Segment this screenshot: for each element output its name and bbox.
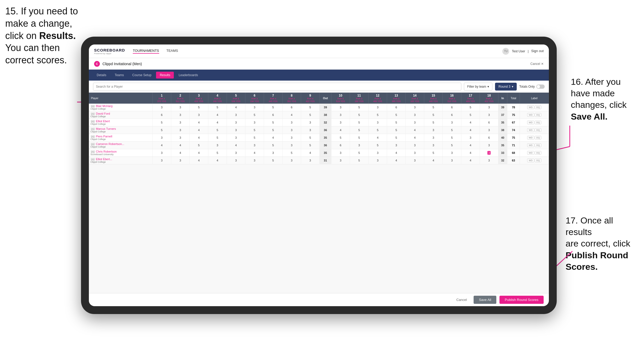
score-hole-18[interactable]: 6 — [480, 119, 498, 126]
score-hole-9[interactable]: 5 — [301, 134, 319, 142]
wd-button[interactable]: WD — [527, 143, 534, 147]
score-hole-14[interactable]: 4 — [406, 126, 424, 134]
score-hole-9[interactable]: 5 — [301, 104, 319, 111]
score-hole-16[interactable]: 3 — [443, 157, 461, 164]
score-hole-11[interactable]: 5 — [350, 111, 369, 119]
score-hole-1[interactable]: 3 — [152, 134, 171, 142]
score-hole-1[interactable]: 4 — [152, 142, 171, 149]
dq-button[interactable]: DQ — [535, 128, 542, 132]
score-hole-2[interactable]: 3 — [171, 157, 189, 164]
score-hole-1[interactable]: 3 — [152, 149, 171, 157]
score-hole-6[interactable]: 5 — [245, 134, 264, 142]
score-hole-2[interactable]: 3 — [171, 111, 189, 119]
score-hole-17[interactable]: 3 — [461, 134, 480, 142]
score-hole-14[interactable]: 3 — [406, 104, 424, 111]
score-hole-6[interactable]: 3 — [245, 119, 264, 126]
score-hole-17[interactable]: 5 — [461, 111, 480, 119]
score-hole-15[interactable]: 4 — [424, 157, 443, 164]
score-hole-2[interactable]: 3 — [171, 119, 189, 126]
score-hole-5[interactable]: 4 — [227, 142, 245, 149]
score-hole-9[interactable]: 3 — [301, 157, 319, 164]
score-hole-9[interactable]: 3 — [301, 126, 319, 134]
score-hole-11[interactable]: 5 — [350, 149, 369, 157]
score-hole-17[interactable]: 4 — [461, 157, 480, 164]
score-hole-15[interactable]: 3 — [424, 126, 443, 134]
score-hole-7[interactable]: 4 — [264, 134, 282, 142]
score-hole-13[interactable]: 6 — [387, 104, 406, 111]
score-hole-18[interactable]: 6 — [480, 134, 498, 142]
score-hole-18[interactable]: 3 — [480, 126, 498, 134]
score-hole-3[interactable]: 3 — [189, 111, 208, 119]
score-hole-7[interactable]: 5 — [264, 104, 282, 111]
tab-teams[interactable]: Teams — [111, 72, 128, 79]
wd-button[interactable]: WD — [527, 151, 534, 155]
score-hole-3[interactable]: 5 — [189, 142, 208, 149]
score-hole-16[interactable]: 3 — [443, 119, 461, 126]
score-hole-8[interactable]: 6 — [282, 104, 301, 111]
score-hole-15[interactable]: 5 — [424, 111, 443, 119]
player-name[interactable]: Blair McHarg — [96, 104, 113, 108]
score-hole-18[interactable]: 3 — [480, 149, 498, 157]
score-hole-5[interactable]: 3 — [227, 157, 245, 164]
score-hole-6[interactable]: 3 — [245, 142, 264, 149]
cancel-button-top[interactable]: Cancel ✕ — [530, 62, 544, 66]
publish-round-scores-button[interactable]: Publish Round Scores — [499, 296, 544, 304]
score-hole-13[interactable]: 5 — [387, 119, 406, 126]
nav-tournaments[interactable]: TOURNAMENTS — [133, 49, 159, 54]
score-hole-5[interactable]: 3 — [227, 134, 245, 142]
score-hole-18[interactable]: 3 — [480, 104, 498, 111]
score-hole-6[interactable]: 4 — [245, 149, 264, 157]
score-hole-14[interactable]: 3 — [406, 157, 424, 164]
filter-by-team-button[interactable]: Filter by team ▾ — [464, 83, 493, 91]
score-hole-4[interactable]: 3 — [208, 142, 227, 149]
score-hole-11[interactable]: 5 — [350, 119, 369, 126]
score-hole-3[interactable]: 5 — [189, 104, 208, 111]
player-name[interactable]: Chris Robertson — [96, 150, 117, 153]
wd-button[interactable]: WD — [527, 121, 534, 124]
score-hole-4[interactable]: 4 — [208, 119, 227, 126]
score-hole-1[interactable]: 3 — [152, 104, 171, 111]
score-hole-12[interactable]: 3 — [369, 149, 387, 157]
score-hole-4[interactable]: 5 — [208, 126, 227, 134]
wd-button[interactable]: WD — [527, 113, 534, 117]
score-hole-12[interactable]: 3 — [369, 119, 387, 126]
score-hole-7[interactable]: 5 — [264, 126, 282, 134]
score-hole-4[interactable]: 5 — [208, 104, 227, 111]
score-hole-14[interactable]: 3 — [406, 149, 424, 157]
player-name[interactable]: Elliot Ebert... — [96, 158, 112, 161]
score-hole-10[interactable]: 3 — [331, 149, 350, 157]
score-hole-7[interactable]: 3 — [264, 149, 282, 157]
tab-results[interactable]: Results — [156, 72, 174, 79]
score-hole-12[interactable]: 3 — [369, 157, 387, 164]
score-hole-5[interactable]: 4 — [227, 104, 245, 111]
score-hole-17[interactable]: 4 — [461, 149, 480, 157]
score-hole-8[interactable]: 5 — [282, 149, 301, 157]
score-hole-17[interactable]: 5 — [461, 104, 480, 111]
score-hole-1[interactable]: 5 — [152, 126, 171, 134]
score-hole-3[interactable]: 4 — [189, 134, 208, 142]
score-hole-8[interactable]: 3 — [282, 157, 301, 164]
score-hole-9[interactable]: 4 — [301, 149, 319, 157]
round-select-button[interactable]: Round 3 ▾ — [495, 83, 516, 91]
score-hole-11[interactable]: 3 — [350, 142, 369, 149]
score-hole-11[interactable]: 5 — [350, 134, 369, 142]
score-hole-10[interactable]: 6 — [331, 142, 350, 149]
wd-button[interactable]: WD — [527, 159, 534, 162]
score-hole-10[interactable]: 5 — [331, 134, 350, 142]
player-name[interactable]: Elliot Ebert — [96, 120, 110, 123]
score-hole-2[interactable]: 3 — [171, 134, 189, 142]
score-hole-5[interactable]: 3 — [227, 149, 245, 157]
score-hole-12[interactable]: 4 — [369, 134, 387, 142]
score-hole-15[interactable]: 5 — [424, 119, 443, 126]
toggle-switch[interactable] — [536, 85, 545, 89]
tab-leaderboards[interactable]: Leaderboards — [175, 72, 202, 79]
wd-button[interactable]: WD — [527, 105, 534, 109]
score-hole-11[interactable]: 5 — [350, 104, 369, 111]
score-hole-6[interactable]: 5 — [245, 126, 264, 134]
score-hole-2[interactable]: 3 — [171, 126, 189, 134]
dq-button[interactable]: DQ — [535, 121, 542, 124]
score-hole-13[interactable]: 5 — [387, 126, 406, 134]
dq-button[interactable]: DQ — [535, 151, 542, 155]
score-hole-16[interactable]: 6 — [443, 104, 461, 111]
score-hole-9[interactable]: 3 — [301, 119, 319, 126]
